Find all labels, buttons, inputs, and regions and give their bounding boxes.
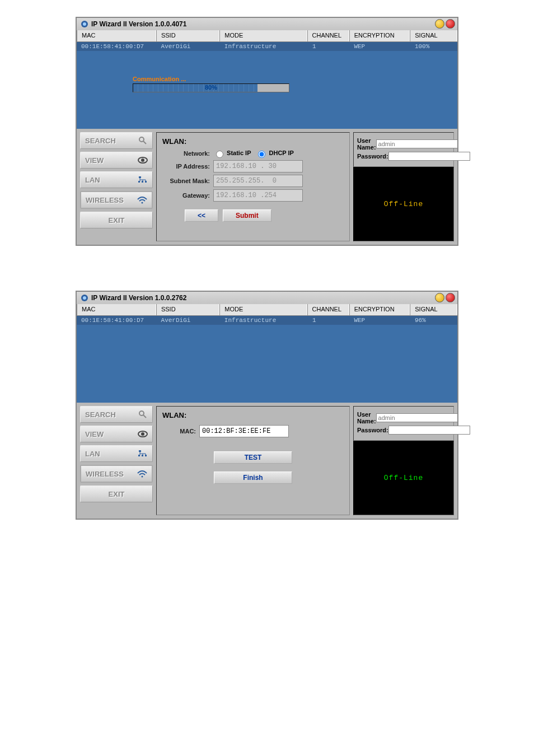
col-enc[interactable]: ENCRYPTION (349, 30, 410, 41)
col-mac[interactable]: MAC (77, 30, 156, 41)
cell-enc: WEP (349, 42, 410, 51)
svg-point-5 (141, 158, 144, 162)
view-button[interactable]: VIEW (80, 152, 153, 169)
network-label: Network: (162, 150, 213, 157)
lan-icon (138, 175, 148, 185)
lan-button[interactable]: LAN (80, 445, 153, 462)
wlan-pane: WLAN: Network: Static IP DHCP IP IP Addr… (156, 132, 350, 241)
col-signal[interactable]: SIGNAL (410, 304, 457, 315)
view-button[interactable]: VIEW (80, 426, 153, 442)
username-field[interactable] (376, 139, 458, 148)
cell-enc: WEP (349, 316, 410, 325)
password-field[interactable] (388, 426, 470, 435)
lan-icon (138, 449, 148, 459)
dhcp-ip-radio[interactable] (258, 151, 265, 158)
wireless-button[interactable]: WIRELESS (80, 465, 153, 483)
eye-icon (138, 429, 148, 439)
exit-button[interactable]: EXIT (80, 212, 153, 228)
minimize-button[interactable] (435, 19, 444, 29)
search-button[interactable]: SEARCH (80, 406, 153, 423)
magnifier-icon (138, 136, 148, 146)
test-button[interactable]: TEST (214, 451, 292, 464)
nav-label: VIEW (85, 156, 104, 165)
mask-label: Subnet Mask: (162, 178, 213, 184)
app-icon (80, 20, 89, 29)
mac-field[interactable] (199, 425, 289, 437)
wifi-icon (137, 469, 147, 479)
title-bar[interactable]: IP Wizard II Version 1.0.0.2762 (77, 292, 457, 304)
title-bar[interactable]: IP Wizard II Version 1.0.0.4071 (77, 18, 457, 30)
svg-point-10 (142, 202, 143, 204)
nav-label: WIRELESS (86, 470, 124, 478)
close-button[interactable] (446, 19, 455, 29)
col-channel[interactable]: CHANNEL (307, 304, 349, 315)
static-ip-option[interactable]: Static IP (213, 149, 251, 158)
minimize-button[interactable] (435, 293, 444, 302)
cell-signal: 100% (410, 42, 457, 51)
password-label: Password: (357, 153, 388, 160)
submit-button[interactable]: Submit (223, 209, 271, 222)
search-button[interactable]: SEARCH (80, 132, 153, 149)
window-title: IP Wizard II Version 1.0.0.4071 (91, 20, 186, 28)
status-text: Off-Line (384, 200, 423, 208)
gateway-label: Gateway: (162, 192, 213, 199)
nav-label: LAN (85, 450, 100, 458)
username-field[interactable] (376, 413, 458, 422)
col-signal[interactable]: SIGNAL (410, 30, 457, 41)
nav-column: SEARCH VIEW LAN WIRELESS EXIT (80, 132, 153, 241)
col-ssid[interactable]: SSID (156, 30, 219, 41)
device-row[interactable]: 00:1E:58:41:00:D7 AverDiGi Infrastructur… (77, 316, 457, 325)
col-mode[interactable]: MODE (219, 30, 307, 41)
progress-overlay: Communication ... 80% (133, 76, 289, 92)
ip-field[interactable] (213, 160, 303, 172)
col-enc[interactable]: ENCRYPTION (349, 304, 410, 315)
device-list[interactable]: 00:1E:58:41:00:D7 AverDiGi Infrastructur… (77, 42, 457, 129)
credentials-box: User Name: Password: (353, 132, 454, 167)
auth-column: User Name: Password: Off-Line (353, 406, 454, 515)
gateway-field[interactable] (213, 189, 303, 202)
svg-point-2 (139, 137, 144, 142)
wifi-icon (137, 195, 147, 205)
cell-channel: 1 (308, 42, 349, 51)
device-list[interactable]: 00:1E:58:41:00:D7 AverDiGi Infrastructur… (77, 316, 457, 403)
wireless-button[interactable]: WIRELESS (80, 191, 153, 209)
device-row[interactable]: 00:1E:58:41:00:D7 AverDiGi Infrastructur… (77, 42, 457, 51)
progress-bar: 80% (133, 83, 289, 92)
password-field[interactable] (388, 152, 470, 161)
subnet-field[interactable] (213, 175, 303, 187)
auth-column: User Name: Password: Off-Line (353, 132, 454, 241)
static-ip-radio[interactable] (216, 151, 223, 158)
username-label: User Name: (357, 411, 376, 424)
svg-point-21 (142, 476, 143, 478)
nav-label: EXIT (109, 490, 125, 498)
nav-label: EXIT (109, 216, 125, 225)
finish-button[interactable]: Finish (214, 472, 292, 484)
app-window-2: IP Wizard II Version 1.0.0.2762 MAC SSID… (76, 291, 458, 520)
svg-line-3 (143, 141, 146, 144)
back-button[interactable]: << (185, 209, 218, 222)
status-display: Off-Line (353, 167, 454, 241)
nav-label: VIEW (85, 430, 104, 438)
cell-ssid: AverDiGi (157, 316, 220, 325)
device-list-header: MAC SSID MODE CHANNEL ENCRYPTION SIGNAL (77, 304, 457, 316)
col-mac[interactable]: MAC (77, 304, 156, 315)
cell-mac: 00:1E:58:41:00:D7 (77, 42, 157, 51)
svg-line-14 (143, 415, 146, 418)
svg-rect-17 (139, 450, 141, 452)
cell-mode: Infrastructure (220, 316, 308, 325)
username-label: User Name: (357, 137, 376, 151)
col-ssid[interactable]: SSID (156, 304, 219, 315)
window-title: IP Wizard II Version 1.0.0.2762 (91, 294, 186, 302)
dhcp-ip-option[interactable]: DHCP IP (255, 149, 293, 158)
password-label: Password: (357, 427, 388, 433)
col-channel[interactable]: CHANNEL (307, 30, 349, 41)
nav-label: SEARCH (85, 137, 116, 145)
exit-button[interactable]: EXIT (80, 486, 153, 502)
close-button[interactable] (446, 293, 455, 302)
lan-button[interactable]: LAN (80, 171, 153, 188)
progress-label: Communication ... (133, 76, 289, 83)
cell-mac: 00:1E:58:41:00:D7 (77, 316, 157, 325)
col-mode[interactable]: MODE (219, 304, 307, 315)
pane-title: WLAN: (162, 411, 344, 419)
svg-point-12 (83, 296, 86, 300)
